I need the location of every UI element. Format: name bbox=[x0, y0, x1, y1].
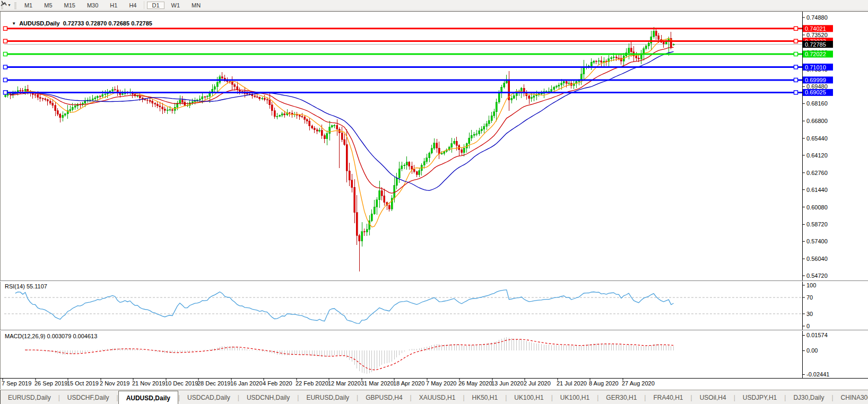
svg-text:0.74880: 0.74880 bbox=[806, 14, 828, 21]
svg-text:7 Sep 2019: 7 Sep 2019 bbox=[2, 380, 31, 387]
tab-fra40-h1[interactable]: FRA40,H1 bbox=[646, 390, 690, 404]
rsi-indicator-label: RSI(14) 55.1107 bbox=[5, 283, 47, 289]
svg-text:0: 0 bbox=[806, 323, 810, 329]
svg-text:10 Dec 2019: 10 Dec 2019 bbox=[165, 380, 198, 387]
svg-text:30: 30 bbox=[806, 311, 813, 317]
chart-symbol-label: AUDUSD,Daily bbox=[19, 20, 59, 27]
timeframe-button-m15[interactable]: M15 bbox=[59, 2, 80, 9]
candlestick-chart-icon bbox=[0, 0, 7, 7]
triangle-down-icon[interactable]: ▼ bbox=[12, 21, 16, 26]
svg-text:4 Feb 2020: 4 Feb 2020 bbox=[263, 380, 292, 387]
svg-text:27 Aug 2020: 27 Aug 2020 bbox=[622, 380, 655, 387]
tab-xauusd-h1[interactable]: XAUUSD,H1 bbox=[412, 390, 463, 404]
svg-text:22 Feb 2020: 22 Feb 2020 bbox=[296, 380, 328, 387]
toolbar-grip[interactable] bbox=[14, 2, 16, 9]
tab-china300-h1[interactable]: CHINA300,H1 bbox=[834, 390, 868, 404]
svg-text:21 Jul 2020: 21 Jul 2020 bbox=[557, 380, 587, 387]
svg-text:0.56040: 0.56040 bbox=[806, 256, 828, 262]
svg-text:7 May 2020: 7 May 2020 bbox=[426, 380, 456, 387]
svg-text:26 Sep 2019: 26 Sep 2019 bbox=[34, 380, 67, 387]
svg-text:26 May 2020: 26 May 2020 bbox=[458, 380, 492, 387]
timeframe-button-d1[interactable]: D1 bbox=[147, 2, 164, 9]
svg-text:0.73520: 0.73520 bbox=[806, 32, 828, 38]
timeframe-button-mn[interactable]: MN bbox=[187, 2, 205, 9]
svg-text:0.66800: 0.66800 bbox=[806, 118, 828, 124]
date-axis[interactable]: 7 Sep 201926 Sep 201915 Oct 20192 Nov 20… bbox=[2, 379, 655, 387]
tab-eurusd-daily[interactable]: EURUSD,Daily bbox=[1, 390, 58, 404]
svg-text:0.72022: 0.72022 bbox=[805, 51, 826, 57]
tab-audusd-daily[interactable]: AUDUSD,Daily bbox=[118, 391, 178, 404]
timeframe-button-m30[interactable]: M30 bbox=[82, 2, 103, 9]
svg-text:0.68160: 0.68160 bbox=[806, 100, 828, 107]
chart-title: ▼AUDUSD,Daily 0.72733 0.72870 0.72685 0.… bbox=[5, 14, 152, 33]
timeframe-toolbar: ▼ M1M5M15M30H1H4D1W1MN bbox=[0, 0, 868, 11]
chevron-down-icon: ▼ bbox=[7, 3, 11, 7]
timeframe-button-h1[interactable]: H1 bbox=[105, 2, 122, 9]
svg-text:2 Jul 2020: 2 Jul 2020 bbox=[524, 380, 551, 387]
chart-ohlc-values: 0.72733 0.72870 0.72685 0.72785 bbox=[63, 20, 152, 27]
svg-text:0.65440: 0.65440 bbox=[806, 135, 828, 142]
svg-text:0.01574: 0.01574 bbox=[806, 332, 828, 338]
tab-dj30-daily[interactable]: DJ30,Daily bbox=[786, 390, 831, 404]
svg-text:0.58720: 0.58720 bbox=[806, 221, 828, 227]
svg-text:0.74021: 0.74021 bbox=[805, 25, 826, 32]
svg-text:0.61440: 0.61440 bbox=[806, 187, 828, 193]
svg-text:16 Jan 2020: 16 Jan 2020 bbox=[230, 380, 263, 387]
svg-text:0.54720: 0.54720 bbox=[806, 273, 828, 279]
svg-text:28 Dec 2019: 28 Dec 2019 bbox=[197, 380, 230, 387]
tab-eurusd-daily[interactable]: EURUSD,Daily bbox=[299, 390, 357, 404]
svg-text:13 Jun 2020: 13 Jun 2020 bbox=[491, 380, 524, 387]
svg-text:100: 100 bbox=[806, 282, 816, 288]
chart-canvas[interactable]: 0.748800.735200.721600.708400.694800.681… bbox=[0, 0, 868, 404]
tab-usdjpy-h1[interactable]: USDJPY,H1 bbox=[735, 390, 784, 404]
svg-text:0.60080: 0.60080 bbox=[806, 204, 828, 210]
svg-text:0.62760: 0.62760 bbox=[806, 170, 828, 176]
tab-ger30-h1[interactable]: GER30,H1 bbox=[598, 390, 644, 404]
svg-text:18 Apr 2020: 18 Apr 2020 bbox=[393, 380, 424, 387]
svg-text:2 Nov 2019: 2 Nov 2019 bbox=[100, 380, 129, 387]
tab-hk50-h1[interactable]: HK50,H1 bbox=[465, 390, 506, 404]
tab-usdcnh-daily[interactable]: USDCNH,Daily bbox=[239, 390, 297, 404]
chart-type-button[interactable]: ▼ bbox=[5, 3, 13, 7]
svg-text:0.69999: 0.69999 bbox=[805, 77, 826, 83]
svg-text:0.64120: 0.64120 bbox=[806, 152, 828, 159]
timeframe-button-m1[interactable]: M1 bbox=[20, 2, 37, 9]
svg-text:0.72785: 0.72785 bbox=[805, 41, 826, 48]
tab-usdcad-daily[interactable]: USDCAD,Daily bbox=[180, 390, 238, 404]
tab-uk100-h1[interactable]: UK100,H1 bbox=[553, 390, 597, 404]
svg-text:0.57400: 0.57400 bbox=[806, 238, 828, 244]
svg-text:-0.02441: -0.02441 bbox=[806, 371, 829, 377]
svg-text:21 Nov 2019: 21 Nov 2019 bbox=[132, 380, 165, 387]
svg-text:0.00: 0.00 bbox=[806, 347, 818, 354]
timeframe-button-h4[interactable]: H4 bbox=[124, 2, 141, 9]
svg-text:31 Mar 2020: 31 Mar 2020 bbox=[361, 380, 394, 387]
svg-text:15 Oct 2019: 15 Oct 2019 bbox=[67, 380, 99, 387]
tab-uk100-h1[interactable]: UK100,H1 bbox=[507, 390, 551, 404]
tab-usdchf-daily[interactable]: USDCHF,Daily bbox=[60, 390, 117, 404]
timeframe-button-w1[interactable]: W1 bbox=[167, 2, 185, 9]
svg-text:0.69025: 0.69025 bbox=[805, 89, 826, 95]
tab-gbpusd-h4[interactable]: GBPUSD,H4 bbox=[358, 390, 410, 404]
timeframe-button-m5[interactable]: M5 bbox=[39, 2, 57, 9]
symbol-tab-bar: EURUSD,Daily|USDCHF,Daily|AUDUSD,Daily|U… bbox=[0, 390, 868, 404]
tab-usoil-h4[interactable]: USOil,H4 bbox=[692, 390, 734, 404]
svg-text:12 Mar 2020: 12 Mar 2020 bbox=[328, 380, 361, 387]
svg-text:0.71010: 0.71010 bbox=[805, 64, 826, 71]
svg-text:8 Aug 2020: 8 Aug 2020 bbox=[589, 380, 619, 387]
svg-text:70: 70 bbox=[806, 294, 813, 301]
macd-indicator-label: MACD(12,26,9) 0.003079 0.004613 bbox=[5, 333, 97, 339]
